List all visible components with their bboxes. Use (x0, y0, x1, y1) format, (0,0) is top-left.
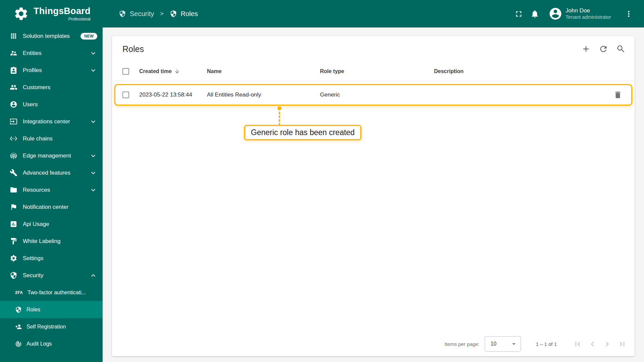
search-button[interactable] (613, 41, 629, 57)
sidebar-item-white-labeling[interactable]: White Labeling (0, 233, 103, 250)
main-column: Security > Roles John Doe Tenant adminis… (103, 0, 644, 362)
sidebar-item-api-usage[interactable]: Api Usage (0, 216, 103, 233)
roles-card: Roles C (112, 36, 635, 356)
refresh-button[interactable] (596, 41, 611, 57)
sidebar-item-label: Notification center (23, 204, 97, 210)
user-avatar-button[interactable] (547, 6, 564, 22)
sidebar-item-label: Edge management (23, 153, 84, 159)
shield-icon (170, 10, 177, 17)
sidebar-item-customers[interactable]: Customers (0, 79, 103, 96)
fullscreen-icon (514, 9, 523, 18)
next-page-button[interactable] (600, 337, 614, 351)
sidebar-item-label: White Labeling (23, 238, 97, 245)
sidebar-item-label: Resources (23, 187, 84, 193)
paginator-range: 1 – 1 of 1 (536, 341, 557, 347)
chevron-down-icon (89, 66, 97, 74)
chevron-down-icon (89, 186, 97, 194)
breadcrumb-label: Roles (181, 10, 198, 18)
sidebar-item-label: Advanced features (23, 170, 84, 176)
column-header-label: Created time (139, 68, 172, 74)
sidebar-item-label: Audit Logs (26, 341, 97, 347)
paginator: Items per page: 10 1 – 1 of 1 (112, 331, 635, 356)
user-info: John Doe Tenant administrator (566, 7, 611, 20)
sidebar-item-audit-logs[interactable]: Audit Logs (0, 335, 103, 352)
table-row[interactable]: 2023-05-22 13:58:44 All Entities Read-on… (114, 84, 632, 106)
edge-management-icon (10, 152, 17, 160)
entities-icon (10, 49, 17, 57)
sidebar-item-settings[interactable]: Settings (0, 250, 103, 267)
select-all-checkbox[interactable] (122, 68, 129, 75)
sort-desc-arrow-icon[interactable] (174, 68, 180, 74)
dropdown-caret-icon (510, 340, 518, 348)
refresh-icon (599, 44, 608, 54)
sidebar-item-users[interactable]: Users (0, 96, 103, 113)
sidebar-item-entities[interactable]: Entities (0, 45, 103, 62)
apps-icon (10, 32, 17, 40)
last-page-button[interactable] (614, 337, 629, 351)
plus-icon (581, 44, 591, 54)
shield-icon (10, 272, 17, 279)
first-page-icon (573, 340, 582, 349)
sidebar-item-label: Profiles (23, 67, 84, 74)
sidebar-item-label: Solution templates (23, 33, 75, 40)
breadcrumb-security[interactable]: Security (119, 10, 154, 18)
breadcrumb-label: Security (130, 10, 154, 18)
column-header-label: Name (207, 68, 222, 74)
sidebar-item-notification-center[interactable]: Notification center (0, 198, 103, 216)
sidebar-item-edge-management[interactable]: Edge management (0, 147, 103, 164)
column-header-label: Description (434, 68, 464, 74)
account-circle-icon (548, 7, 562, 21)
add-role-button[interactable] (578, 41, 594, 57)
track-changes-icon (15, 341, 22, 347)
chart-icon (10, 220, 17, 228)
profiles-icon (10, 66, 17, 74)
thingsboard-logo[interactable]: ThingsBoard Professional (0, 0, 103, 27)
paint-icon (10, 237, 17, 245)
sidebar-item-label: Api Usage (23, 221, 97, 228)
sidebar-item-solution-templates[interactable]: Solution templates NEW (0, 27, 103, 45)
column-header-role-type[interactable]: Role type (320, 68, 434, 74)
user-name: John Doe (566, 7, 611, 14)
column-header-name[interactable]: Name (207, 68, 320, 74)
sidebar-item-label: Rule chains (23, 135, 97, 142)
fullscreen-button[interactable] (511, 6, 527, 22)
row-checkbox[interactable] (122, 92, 129, 98)
sidebar-item-self-registration[interactable]: Self Registration (0, 318, 103, 335)
users-icon (10, 101, 17, 108)
chevron-up-icon (89, 272, 97, 280)
items-per-page-select[interactable]: 10 (485, 336, 521, 352)
shield-icon (15, 306, 22, 313)
sidebar-item-profiles[interactable]: Profiles (0, 62, 103, 79)
app-edition: Professional (68, 17, 91, 21)
sidebar: ThingsBoard Professional Solution templa… (0, 0, 103, 362)
notifications-button[interactable] (527, 6, 543, 22)
new-badge: NEW (80, 33, 97, 40)
card-actions (578, 41, 629, 57)
breadcrumb-roles[interactable]: Roles (170, 10, 198, 18)
sidebar-item-resources[interactable]: Resources (0, 181, 103, 198)
cell-role-type: Generic (320, 92, 434, 98)
thingsboard-gear-icon (13, 6, 29, 21)
sidebar-item-integrations-center[interactable]: Integrations center (0, 113, 103, 130)
breadcrumb: Security > Roles (119, 10, 198, 18)
delete-role-button[interactable] (611, 88, 625, 102)
sidebar-item-two-factor-authentication[interactable]: 2FA Two-factor authenticati... (0, 284, 103, 301)
chevron-right-icon (603, 340, 612, 349)
column-header-description[interactable]: Description (434, 68, 608, 74)
previous-page-button[interactable] (585, 337, 600, 351)
column-header-created-time[interactable]: Created time (139, 68, 207, 74)
more-vert-icon (624, 9, 633, 18)
sidebar-item-rule-chains[interactable]: Rule chains (0, 130, 103, 147)
sidebar-item-security[interactable]: Security (0, 267, 103, 284)
shield-icon (119, 10, 126, 17)
bell-icon (530, 9, 539, 18)
sidebar-item-advanced-features[interactable]: Advanced features (0, 164, 103, 181)
first-page-button[interactable] (570, 337, 585, 351)
items-per-page-value: 10 (490, 341, 496, 347)
sidebar-item-roles[interactable]: Roles (0, 301, 103, 318)
cell-created-time: 2023-05-22 13:58:44 (139, 92, 207, 98)
user-menu-button[interactable] (621, 6, 637, 22)
search-icon (616, 44, 626, 54)
user-role: Tenant administrator (566, 14, 611, 20)
advanced-features-icon (10, 169, 17, 177)
